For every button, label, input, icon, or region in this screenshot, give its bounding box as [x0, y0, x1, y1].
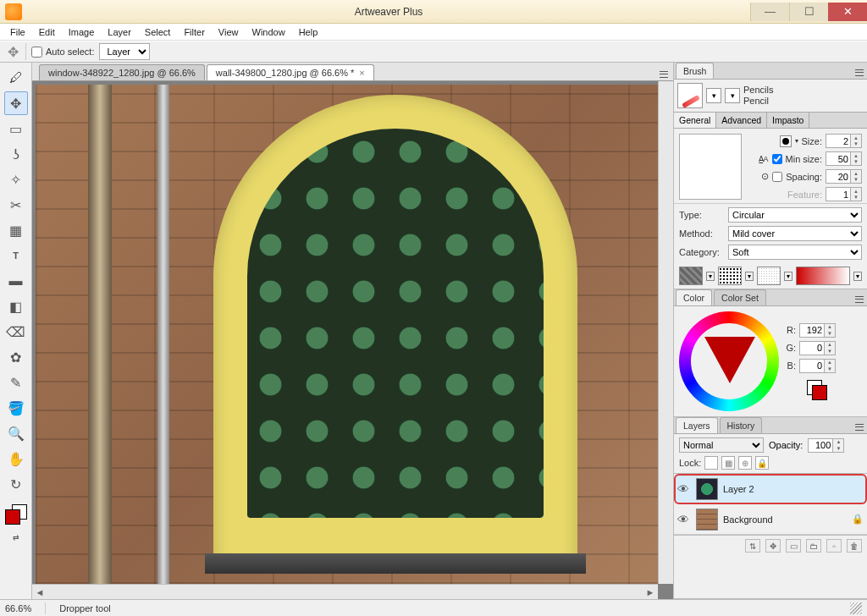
size-input[interactable]: ▲▼ [826, 134, 862, 148]
perspective-tool[interactable]: ▦ [4, 218, 28, 242]
menu-window[interactable]: Window [246, 25, 292, 39]
layer-fx-button[interactable]: ✥ [765, 539, 781, 553]
brush-method-select[interactable]: Mild cover [728, 226, 862, 241]
lock-image-button[interactable]: ▦ [721, 456, 735, 470]
eyedropper-tool[interactable]: ✎ [4, 371, 28, 394]
minimize-button[interactable]: — [750, 3, 789, 21]
magic-wand-tool[interactable]: ✧ [4, 168, 28, 191]
link-layers-button[interactable]: ⇅ [745, 539, 760, 553]
foreground-color-swatch[interactable] [5, 509, 20, 525]
lasso-tool[interactable]: ʖ [4, 142, 28, 166]
layer-thumbnail[interactable] [696, 478, 718, 500]
menu-file[interactable]: File [3, 25, 32, 39]
scroll-left-icon[interactable]: ◄ [32, 585, 47, 600]
swap-colors-icon[interactable]: ⇄ [13, 533, 19, 542]
layer-mask-button[interactable]: ▭ [786, 539, 801, 553]
lock-all-button[interactable]: 🔒 [755, 456, 769, 470]
new-group-button[interactable]: 🗀 [806, 539, 821, 553]
marquee-tool[interactable]: ▭ [4, 117, 28, 140]
menu-help[interactable]: Help [292, 25, 325, 39]
color-r-input[interactable]: ▲▼ [799, 323, 836, 338]
brush-preview-icon[interactable] [677, 83, 703, 108]
color-b-input[interactable]: ▲▼ [799, 359, 836, 373]
horizontal-scrollbar[interactable]: ◄ ► [32, 584, 658, 599]
panel-menu-icon[interactable] [853, 421, 865, 433]
brush-subtab-advanced[interactable]: Advanced [716, 113, 767, 128]
zoom-level[interactable]: 66.6% [5, 603, 31, 613]
move-tool[interactable]: ✥ [4, 91, 28, 115]
menu-filter[interactable]: Filter [177, 25, 211, 39]
auto-select-checkbox[interactable]: Auto select: [31, 47, 94, 58]
brush-variant-dropdown[interactable]: ▾ [725, 88, 740, 103]
layer-thumbnail[interactable] [696, 509, 718, 531]
new-layer-button[interactable]: ▫ [826, 539, 842, 553]
rotate-tool[interactable]: ↻ [4, 472, 28, 496]
brush-subtab-impasto[interactable]: Impasto [767, 113, 809, 128]
layer-row[interactable]: 👁 Layer 2 [674, 474, 867, 504]
brush-subtab-general[interactable]: General [674, 113, 716, 128]
auto-select-input[interactable] [31, 47, 42, 58]
brush-category-select[interactable]: Soft [728, 245, 862, 260]
eraser-tool[interactable]: ⌫ [4, 320, 28, 344]
maximize-button[interactable]: ☐ [789, 3, 828, 21]
visibility-icon[interactable]: 👁 [677, 513, 691, 526]
close-tab-icon[interactable]: × [359, 68, 364, 78]
color-g-input[interactable]: ▲▼ [799, 341, 836, 355]
brush-tool[interactable]: 🖊 [4, 66, 28, 90]
visibility-icon[interactable]: 👁 [677, 482, 691, 496]
menu-image[interactable]: Image [62, 25, 102, 39]
brush-type-select[interactable]: Circular [728, 207, 862, 223]
color-tab[interactable]: Color [676, 289, 712, 305]
document-tab-1[interactable]: wall-349800_1280.jpg @ 66.6% * × [207, 64, 374, 80]
layer-row[interactable]: 👁 Background 🔒 [674, 504, 867, 535]
minsize-input[interactable]: ▲▼ [826, 151, 862, 166]
brush-panel-tab[interactable]: Brush [676, 63, 714, 79]
auto-select-target[interactable]: Layer [99, 43, 150, 60]
app-icon [5, 3, 22, 20]
tab-menu-icon[interactable] [658, 69, 670, 80]
fill-tool[interactable]: 🪣 [4, 396, 28, 420]
tip-shape-icon[interactable] [780, 135, 792, 147]
menu-select[interactable]: Select [138, 25, 178, 39]
hand-tool[interactable]: ✋ [4, 447, 28, 470]
blend-mode-select[interactable]: Normal [679, 437, 764, 453]
crop-tool[interactable]: ✂ [4, 193, 28, 217]
vertical-scrollbar[interactable] [658, 81, 673, 584]
scroll-right-icon[interactable]: ► [643, 585, 658, 600]
panel-menu-icon[interactable] [853, 67, 865, 79]
panel-color-swatches[interactable] [807, 380, 831, 400]
paper-texture-swatch[interactable] [679, 267, 703, 285]
menu-layer[interactable]: Layer [101, 25, 138, 39]
feature-input[interactable]: ▲▼ [826, 187, 862, 201]
color-set-tab[interactable]: Color Set [714, 289, 766, 305]
resize-grip-icon[interactable] [850, 602, 862, 614]
canvas[interactable] [36, 85, 658, 584]
grain-swatch[interactable] [757, 267, 781, 285]
shape-tool[interactable]: ▬ [4, 269, 28, 293]
menu-view[interactable]: View [212, 25, 246, 39]
color-triangle[interactable] [704, 337, 755, 383]
gradient-tool[interactable]: ◧ [4, 294, 28, 318]
stamp-tool[interactable]: ✿ [4, 345, 28, 369]
lock-position-button[interactable]: ⊕ [738, 456, 752, 470]
color-swatches[interactable] [3, 504, 29, 530]
menu-edit[interactable]: Edit [32, 25, 62, 39]
minsize-checkbox[interactable] [772, 154, 782, 164]
delete-layer-button[interactable]: 🗑 [847, 539, 862, 553]
text-tool[interactable]: T [4, 244, 28, 267]
document-tab-0[interactable]: window-348922_1280.jpg @ 66.6% [39, 64, 205, 80]
lock-transparent-button[interactable] [704, 456, 718, 470]
spacing-input[interactable]: ▲▼ [826, 169, 862, 184]
pattern-swatch[interactable] [718, 267, 742, 285]
history-tab[interactable]: History [720, 417, 763, 433]
spacing-checkbox[interactable] [772, 172, 782, 182]
close-button[interactable]: ✕ [828, 3, 867, 21]
gradient-swatch[interactable] [796, 267, 850, 285]
zoom-tool[interactable]: 🔍 [4, 421, 28, 445]
color-wheel[interactable] [679, 311, 779, 411]
opacity-input[interactable]: ▲▼ [808, 438, 844, 453]
panel-fg-swatch[interactable] [812, 385, 827, 400]
brush-preset-dropdown[interactable]: ▾ [706, 88, 721, 103]
panel-menu-icon[interactable] [853, 294, 865, 305]
layers-tab[interactable]: Layers [676, 417, 718, 433]
